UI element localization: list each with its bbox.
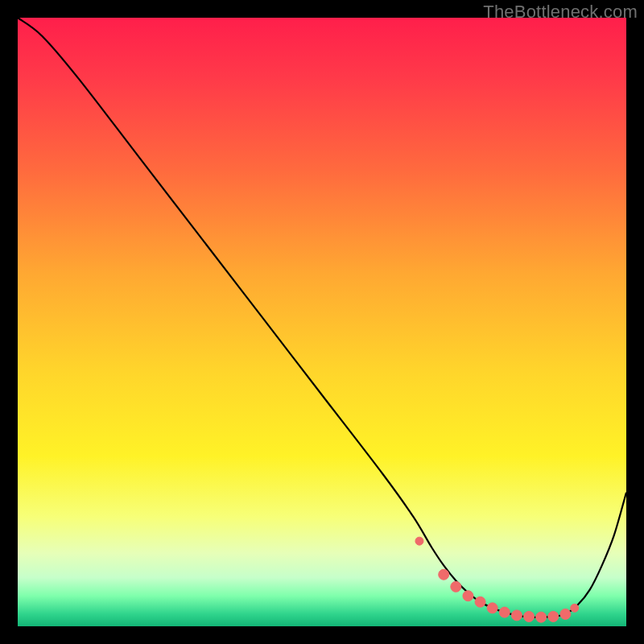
curve-marker [499, 607, 510, 617]
curve-marker [415, 537, 423, 545]
curve-marker [548, 611, 559, 621]
curve-marker [571, 604, 579, 612]
curve-marker [487, 603, 497, 613]
curve-marker [560, 609, 571, 619]
curve-marker [524, 611, 535, 621]
curve-marker [475, 597, 485, 607]
curve-marker [536, 612, 547, 622]
curve-markers [415, 537, 579, 622]
curve-marker [463, 591, 473, 601]
plot-area [18, 18, 626, 626]
curve-marker [439, 569, 449, 580]
chart-frame: TheBottleneck.com [0, 0, 644, 644]
curve-marker [511, 610, 522, 621]
watermark-text: TheBottleneck.com [483, 2, 638, 23]
curve-marker [451, 581, 461, 592]
curve-line [18, 18, 626, 617]
bottleneck-curve [18, 18, 626, 626]
